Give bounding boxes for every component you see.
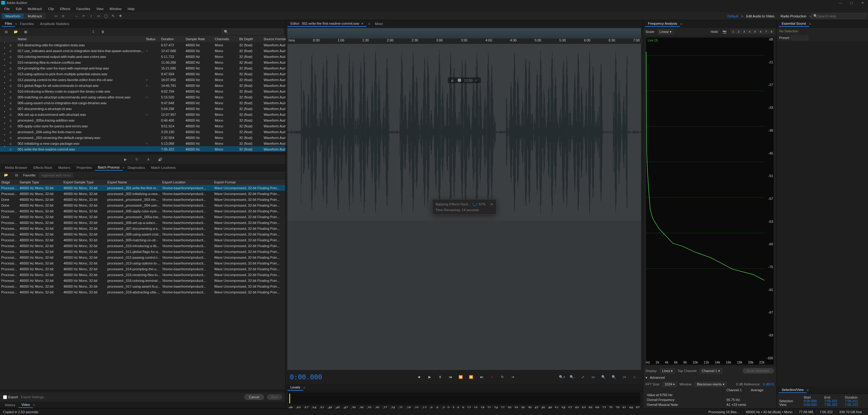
- preview-loop-icon[interactable]: ↻: [133, 156, 141, 163]
- move-tool-icon[interactable]: ↔: [73, 13, 80, 20]
- batch-row[interactable]: Processi...48000 Hz Mono, 32-bit48000 Hz…: [0, 231, 285, 237]
- batch-row[interactable]: Processi...48000 Hz Mono, 32-bit48000 Hz…: [0, 249, 285, 254]
- skip-selection-button[interactable]: ⇥: [508, 373, 517, 381]
- essential-preset-select[interactable]: [791, 35, 808, 40]
- freq-hold-slots[interactable]: 12345678: [731, 30, 774, 34]
- workspace-radio[interactable]: Radio Production: [777, 14, 809, 19]
- batch-row[interactable]: Processi...48000 Hz Mono, 32-bit48000 Hz…: [0, 243, 285, 249]
- to-start-button[interactable]: ⏮: [446, 373, 454, 381]
- preview-volume-icon[interactable]: 🔊: [156, 156, 164, 163]
- timecode-display[interactable]: 0:00.000: [290, 373, 322, 381]
- freq-plot[interactable]: Live (3) dB-21-27-33-39-45-51-57-63-69-7…: [646, 37, 774, 365]
- file-row[interactable]: ▸♫processed-_005a-tracing-addition.wav0:…: [0, 117, 285, 123]
- workspace-default[interactable]: Default: [724, 14, 741, 19]
- freq-scan-button[interactable]: Scan Selection: [743, 368, 774, 374]
- file-row[interactable]: ▸♫015-renaming-files-to-reduce-conflicts…: [0, 60, 285, 65]
- freq-ref-value[interactable]: 0 dBFS: [763, 382, 774, 386]
- file-row[interactable]: ▸♫011-global-flags-for-all-subcommands-i…: [0, 82, 285, 89]
- pause-button[interactable]: ⏸: [436, 373, 444, 381]
- file-row[interactable]: ▸♫012-passing-control-to-the-users-favor…: [0, 77, 285, 82]
- bcol-exportsample[interactable]: Export Sample Type: [63, 180, 107, 184]
- tab-match-loudness[interactable]: Match Loudness: [148, 165, 179, 170]
- hold-slot-7[interactable]: 7: [764, 30, 769, 34]
- zoom-in-time-icon[interactable]: 🔍: [599, 373, 608, 381]
- file-row[interactable]: ▸♫008-using-assert-cmd-to-integration-te…: [0, 100, 285, 106]
- open-file-icon[interactable]: ▭: [52, 13, 60, 20]
- file-row[interactable]: ▸♫017-use_indicates-and-assert-cmd-to-in…: [0, 48, 285, 54]
- batch-row[interactable]: Done48000 Hz Mono, 32-bit48000 Hz Mono, …: [0, 202, 285, 208]
- to-end-button[interactable]: ⏭: [477, 373, 486, 381]
- freq-scale-select[interactable]: Linear ▾: [657, 29, 674, 34]
- menu-effects[interactable]: Effects: [58, 6, 72, 11]
- batch-row[interactable]: Processi...48000 Hz Mono, 32-bit48000 Hz…: [0, 272, 285, 278]
- file-row[interactable]: ▸♫016-coloring-terminal-output-with-trai…: [0, 54, 285, 60]
- tab-media-browser[interactable]: Media Browser: [2, 165, 30, 170]
- tab-essential-sound[interactable]: Essential Sound: [779, 21, 809, 27]
- progress-close-button[interactable]: ✕: [490, 202, 493, 206]
- sv-view-end[interactable]: 7:05.322: [825, 403, 845, 407]
- sv-sel-dur[interactable]: 7:05.322: [845, 399, 866, 403]
- menu-view[interactable]: View: [94, 6, 106, 11]
- file-row[interactable]: ▸♫001-write-the-first-readme-commit.wav7…: [0, 146, 285, 152]
- tab-effects-rack[interactable]: Effects Rack: [30, 165, 55, 170]
- tab-mixer[interactable]: Mixer: [372, 21, 386, 27]
- col-channels[interactable]: Channels: [215, 37, 239, 41]
- freq-menu-icon[interactable]: ≡: [680, 22, 682, 26]
- tab-selection-view[interactable]: Selection/View: [779, 387, 807, 393]
- time-ruler[interactable]: hms0:301:001:302:002:303:003:304:004:305…: [285, 38, 643, 44]
- time-select-tool-icon[interactable]: I: [88, 13, 95, 20]
- col-name[interactable]: Name: [18, 37, 146, 41]
- freq-capture-icon[interactable]: 📷: [721, 28, 728, 35]
- zoom-out-time-icon[interactable]: 🔍: [610, 373, 618, 381]
- file-row[interactable]: ▸♫007-documenting-a-structopt-cli.wav5:0…: [0, 106, 285, 111]
- batch-export-check[interactable]: Export: [3, 395, 18, 399]
- batch-row[interactable]: Processi...48000 Hz Mono, 32-bit48000 Hz…: [0, 220, 285, 226]
- save-icon[interactable]: ⧈: [60, 13, 67, 20]
- editor-close-icon[interactable]: ×: [361, 22, 363, 25]
- batch-hscroll[interactable]: [0, 389, 285, 392]
- minimize-button[interactable]: —: [835, 0, 846, 5]
- close-button[interactable]: ✕: [857, 0, 868, 5]
- hold-slot-5[interactable]: 5: [753, 30, 757, 34]
- hold-slot-8[interactable]: 8: [769, 30, 774, 34]
- sv-view-start[interactable]: 0:00.000: [804, 403, 825, 407]
- selview-menu-icon[interactable]: ≡: [807, 388, 808, 392]
- zoom-amp-in-icon[interactable]: ↕+: [620, 373, 628, 381]
- tab-video-menu-icon[interactable]: ≡: [33, 403, 35, 407]
- batch-row[interactable]: Processi...48000 Hz Mono, 32-bit48000 Hz…: [0, 237, 285, 243]
- tab-amplitude-stats[interactable]: Amplitude Statistics: [37, 21, 72, 27]
- tab-frequency-analysis[interactable]: Frequency Analysis: [645, 21, 680, 27]
- file-row[interactable]: ▸♫005-apply-color-eyre-for-panics-and-er…: [0, 123, 285, 129]
- editor-tab-current[interactable]: Editor: 001-write-the-first-readme-commi…: [287, 21, 366, 27]
- tab-properties[interactable]: Properties: [73, 165, 95, 170]
- essential-menu-icon[interactable]: ≡: [809, 22, 811, 26]
- batch-run-button[interactable]: Run: [267, 394, 282, 400]
- batch-row[interactable]: Processi...48000 Hz Mono, 32-bit48000 Hz…: [0, 254, 285, 260]
- levels-menu-icon[interactable]: ≡: [303, 386, 305, 389]
- search-help[interactable]: 🔍: [811, 13, 866, 19]
- col-bitdepth[interactable]: Bit Depth: [239, 37, 264, 41]
- menu-help[interactable]: Help: [125, 6, 137, 11]
- menu-favorites[interactable]: Favorites: [74, 6, 92, 11]
- overview-waveform[interactable]: [287, 28, 641, 38]
- batch-row[interactable]: Processi...48000 Hz Mono, 32-bit48000 Hz…: [0, 266, 285, 272]
- hud-overlay[interactable]: 🔉 🕑 12:00 ⤢: [447, 77, 481, 83]
- batch-row[interactable]: Done48000 Hz Mono, 32-bit48000 Hz Mono, …: [0, 214, 285, 220]
- heal-tool-icon[interactable]: ✚: [117, 13, 124, 20]
- col-samplerate[interactable]: Sample Rate: [186, 37, 215, 41]
- file-row[interactable]: ▸♫018-abstracting-utils-for-integration-…: [0, 42, 285, 48]
- sv-view-dur[interactable]: 7:05.322: [845, 403, 866, 407]
- new-multitrack-icon[interactable]: ▦: [22, 28, 29, 35]
- batch-row[interactable]: Processi...48000 Hz Mono, 32-bit48000 Hz…: [0, 278, 285, 283]
- zoom-out-icon[interactable]: 🔍-: [568, 373, 576, 381]
- bcol-exportname[interactable]: Export Name: [107, 180, 162, 184]
- batch-add-icon[interactable]: 📂: [2, 172, 10, 178]
- batch-list[interactable]: Processi...48000 Hz Mono, 32-bit48000 Hz…: [0, 185, 285, 389]
- marquee-tool-icon[interactable]: ▭: [95, 13, 102, 20]
- delete-icon[interactable]: 🗑: [99, 28, 106, 35]
- preview-play-icon[interactable]: ▶: [122, 156, 129, 163]
- batch-row[interactable]: Processi...48000 Hz Mono, 32-bit48000 Hz…: [0, 185, 285, 191]
- col-status[interactable]: Status: [146, 37, 161, 41]
- file-row[interactable]: ▸♫processed-_004-using-the-todo-macro.wa…: [0, 129, 285, 135]
- batch-row[interactable]: Done48000 Hz Mono, 32-bit48000 Hz Mono, …: [0, 197, 285, 202]
